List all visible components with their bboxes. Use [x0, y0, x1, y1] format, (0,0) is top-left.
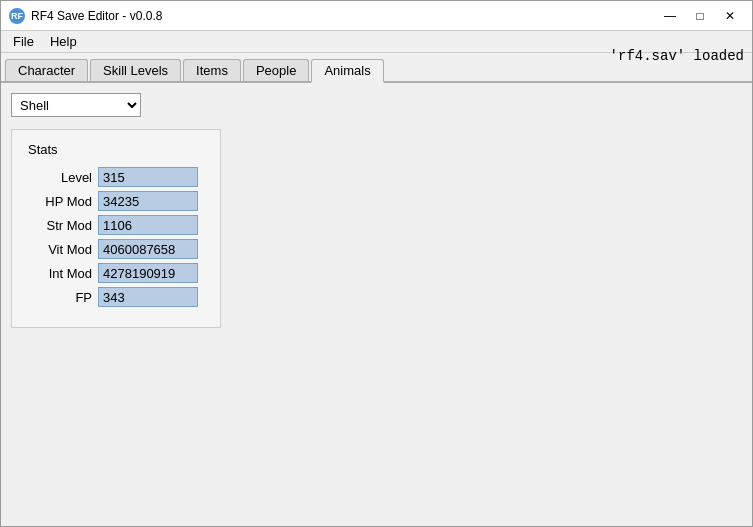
stat-row-str-mod: Str Mod: [28, 215, 204, 235]
stat-input-vit-mod[interactable]: [98, 239, 198, 259]
title-bar-left: RF RF4 Save Editor - v0.0.8: [9, 8, 162, 24]
stat-row-level: Level: [28, 167, 204, 187]
animal-dropdown-container: Shell: [11, 93, 742, 117]
stat-input-fp[interactable]: [98, 287, 198, 307]
app-icon: RF: [9, 8, 25, 24]
menu-help[interactable]: Help: [42, 32, 85, 51]
stat-row-vit-mod: Vit Mod: [28, 239, 204, 259]
stat-row-fp: FP: [28, 287, 204, 307]
stat-row-hp-mod: HP Mod: [28, 191, 204, 211]
content-area: Shell Stats Level HP Mod Str Mod Vit Mod: [1, 83, 752, 526]
tab-area: Character Skill Levels Items People Anim…: [1, 53, 752, 83]
maximize-button[interactable]: □: [686, 6, 714, 26]
close-button[interactable]: ✕: [716, 6, 744, 26]
stat-input-hp-mod[interactable]: [98, 191, 198, 211]
stat-label-str-mod: Str Mod: [28, 218, 98, 233]
stat-label-level: Level: [28, 170, 98, 185]
stat-label-fp: FP: [28, 290, 98, 305]
stat-input-str-mod[interactable]: [98, 215, 198, 235]
animal-dropdown[interactable]: Shell: [11, 93, 141, 117]
title-bar: RF RF4 Save Editor - v0.0.8 — □ ✕: [1, 1, 752, 31]
loaded-status: 'rf4.sav' loaded: [610, 48, 744, 64]
window-title: RF4 Save Editor - v0.0.8: [31, 9, 162, 23]
stats-group: Stats Level HP Mod Str Mod Vit Mod Int M…: [11, 129, 221, 328]
tab-items[interactable]: Items: [183, 59, 241, 81]
tab-people[interactable]: People: [243, 59, 309, 81]
menu-file[interactable]: File: [5, 32, 42, 51]
stat-label-hp-mod: HP Mod: [28, 194, 98, 209]
stats-title: Stats: [28, 142, 204, 157]
minimize-button[interactable]: —: [656, 6, 684, 26]
stat-label-int-mod: Int Mod: [28, 266, 98, 281]
window-controls: — □ ✕: [656, 6, 744, 26]
stat-input-int-mod[interactable]: [98, 263, 198, 283]
animal-dropdown-wrapper: Shell: [11, 93, 141, 117]
tab-skill-levels[interactable]: Skill Levels: [90, 59, 181, 81]
tab-animals[interactable]: Animals: [311, 59, 383, 83]
tab-character[interactable]: Character: [5, 59, 88, 81]
main-window: RF RF4 Save Editor - v0.0.8 — □ ✕ File H…: [0, 0, 753, 527]
stat-input-level[interactable]: [98, 167, 198, 187]
stat-row-int-mod: Int Mod: [28, 263, 204, 283]
stat-label-vit-mod: Vit Mod: [28, 242, 98, 257]
